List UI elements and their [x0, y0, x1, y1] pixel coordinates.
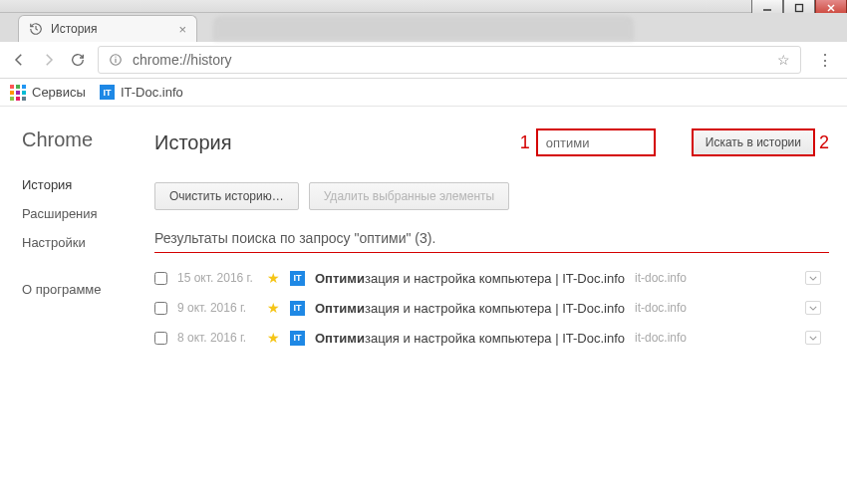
row-date: 15 окт. 2016 г. — [177, 271, 257, 285]
page-title: История — [154, 131, 232, 154]
history-icon — [29, 22, 43, 36]
search-value: оптими — [546, 135, 590, 150]
sidebar-item-settings[interactable]: Настройки — [22, 235, 154, 250]
tab-title: История — [51, 22, 98, 36]
bookmark-label: IT-Doc.info — [121, 85, 183, 100]
history-row[interactable]: 9 окт. 2016 г.★ITОптимизация и настройка… — [154, 293, 829, 323]
delete-selected-button: Удалить выбранные элементы — [309, 182, 509, 210]
svg-point-6 — [115, 56, 116, 57]
star-icon: ★ — [267, 270, 280, 286]
history-search-button[interactable]: Искать в истории — [692, 128, 815, 156]
row-title[interactable]: Оптимизация и настройка компьютера | IT-… — [315, 331, 625, 346]
itdoc-favicon: IT — [290, 271, 305, 286]
background-tab[interactable] — [214, 17, 633, 41]
bookmark-item-itdoc[interactable]: IT IT-Doc.info — [100, 85, 183, 100]
star-icon: ★ — [267, 330, 280, 346]
info-icon — [109, 53, 123, 67]
window-titlebar — [0, 0, 847, 13]
sidebar-item-about[interactable]: О программе — [22, 282, 154, 297]
annotation-1: 1 — [520, 132, 530, 153]
bookmark-star-icon[interactable]: ☆ — [777, 52, 790, 68]
sidebar: Chrome История Расширения Настройки О пр… — [0, 107, 154, 504]
tab-history[interactable]: История × — [18, 15, 197, 42]
row-menu-button[interactable] — [805, 331, 821, 345]
tab-strip: История × — [0, 13, 847, 42]
bookmarks-bar: Сервисы IT IT-Doc.info — [0, 79, 847, 107]
history-search-input[interactable]: оптими — [536, 128, 656, 156]
tab-close-icon[interactable]: × — [178, 22, 186, 37]
back-button[interactable] — [10, 51, 28, 69]
row-domain: it-doc.info — [635, 331, 687, 345]
clear-history-button[interactable]: Очистить историю… — [154, 182, 299, 210]
sidebar-item-history[interactable]: История — [22, 177, 154, 192]
svg-rect-1 — [796, 5, 803, 12]
itdoc-favicon: IT — [290, 301, 305, 316]
reload-button[interactable] — [70, 52, 86, 68]
row-checkbox[interactable] — [154, 332, 167, 345]
row-title[interactable]: Оптимизация и настройка компьютера | IT-… — [315, 301, 625, 316]
star-icon: ★ — [267, 300, 280, 316]
apps-icon — [10, 85, 26, 101]
row-date: 8 окт. 2016 г. — [177, 331, 257, 345]
history-list: 15 окт. 2016 г.★ITОптимизация и настройк… — [154, 263, 829, 353]
url-bar[interactable]: chrome://history ☆ — [98, 46, 801, 74]
row-date: 9 окт. 2016 г. — [177, 301, 257, 315]
row-title[interactable]: Оптимизация и настройка компьютера | IT-… — [315, 271, 625, 286]
row-menu-button[interactable] — [805, 301, 821, 315]
url-text: chrome://history — [133, 52, 232, 68]
history-row[interactable]: 15 окт. 2016 г.★ITОптимизация и настройк… — [154, 263, 829, 293]
row-domain: it-doc.info — [635, 271, 687, 285]
forward-button[interactable] — [40, 51, 58, 69]
itdoc-favicon: IT — [100, 85, 115, 100]
content-area: История 1 оптими Искать в истории 2 Очис… — [154, 107, 847, 504]
apps-shortcut[interactable]: Сервисы — [10, 85, 86, 101]
apps-label: Сервисы — [32, 85, 86, 100]
results-heading: Результаты поиска по запросу "оптими" (3… — [154, 230, 829, 253]
itdoc-favicon: IT — [290, 331, 305, 346]
row-checkbox[interactable] — [154, 302, 167, 315]
browser-toolbar: chrome://history ☆ ⋮ — [0, 42, 847, 79]
sidebar-item-extensions[interactable]: Расширения — [22, 206, 154, 221]
annotation-2: 2 — [819, 132, 829, 153]
browser-menu-button[interactable]: ⋮ — [813, 51, 837, 70]
row-domain: it-doc.info — [635, 301, 687, 315]
history-row[interactable]: 8 окт. 2016 г.★ITОптимизация и настройка… — [154, 323, 829, 353]
row-menu-button[interactable] — [805, 271, 821, 285]
brand-title: Chrome — [22, 128, 154, 151]
row-checkbox[interactable] — [154, 272, 167, 285]
